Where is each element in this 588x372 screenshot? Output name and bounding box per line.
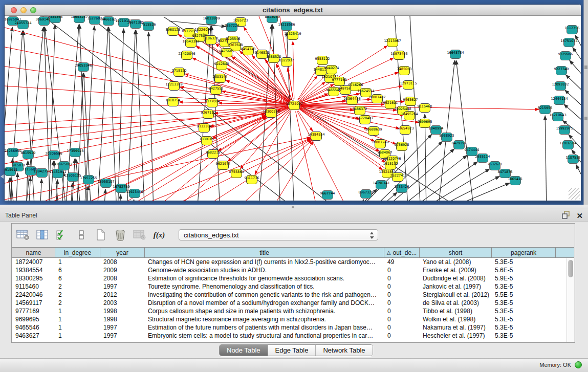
table-cell-short: Jankovic et al. (1997) — [420, 282, 492, 291]
graph-node-label: 2803144 — [213, 75, 228, 79]
table-tab-bar: Node Table Edge Table Network Table — [219, 344, 373, 356]
column-header-year[interactable]: year — [100, 248, 145, 257]
table-row[interactable]: 1830029562008Estimation of significance … — [12, 274, 574, 282]
column-header-title[interactable]: title — [145, 248, 384, 257]
citation-edge-black[interactable] — [358, 200, 363, 201]
scrollbar-thumb[interactable] — [568, 260, 573, 277]
float-panel-icon[interactable] — [562, 211, 570, 221]
table-cell-name: 9115460 — [12, 282, 55, 291]
graph-node-label: 17359928 — [67, 149, 83, 153]
table-selector-dropdown[interactable]: citations_edges.txt — [179, 229, 378, 240]
citation-edge-red[interactable] — [296, 112, 317, 201]
citation-edge-black[interactable] — [444, 183, 510, 201]
citation-edge-black[interactable] — [575, 35, 581, 52]
divider-handle-icon[interactable] — [292, 206, 294, 208]
graph-node-label: 13654923 — [397, 126, 413, 130]
graph-node-label: 8186328 — [204, 36, 219, 40]
table-row[interactable]: 969969511998Structural magnetic resonanc… — [12, 315, 574, 323]
citation-edge-red[interactable] — [31, 115, 266, 201]
select-rows-icon[interactable] — [55, 228, 69, 242]
minimize-window-icon[interactable] — [20, 7, 27, 13]
table-row[interactable]: 1938455462009Genome-wide association stu… — [12, 266, 574, 274]
citation-edge-red[interactable] — [297, 111, 348, 201]
column-header-pagerank[interactable]: pagerank — [492, 248, 556, 257]
network-canvas[interactable]: 1872400718300295896012389129551822605898… — [5, 16, 581, 201]
graph-node-label: 9227349 — [554, 67, 569, 71]
vertical-scrollbar[interactable] — [567, 258, 574, 342]
citation-edge-black[interactable] — [8, 178, 10, 201]
graph-node-label: 1112756 — [565, 26, 580, 30]
citation-network-graph[interactable]: 1872400718300295896012389129551822605898… — [5, 16, 581, 201]
maximize-window-icon[interactable] — [30, 7, 36, 13]
tab-edge-table[interactable]: Edge Table — [268, 345, 316, 356]
delete-table-icon[interactable] — [113, 228, 127, 242]
network-view-window[interactable]: citations_edges.txt 18724007183002958960… — [4, 4, 581, 201]
window-title: citations_edges.txt — [263, 6, 323, 14]
table-row[interactable]: 946362711997Embryonic stem cells: a mode… — [12, 332, 574, 340]
window-resize-grip[interactable] — [569, 188, 580, 200]
citation-edge-black[interactable] — [86, 186, 88, 201]
column-header-out_de[interactable]: △out_de... — [384, 248, 420, 257]
graph-node-label: 1055723 — [233, 18, 248, 23]
tab-node-table[interactable]: Node Table — [220, 345, 268, 356]
table-toolbar: f(x) citations_edges.txt — [12, 224, 575, 246]
citation-edge-black[interactable] — [564, 104, 581, 122]
citation-edge-black[interactable] — [148, 32, 154, 201]
new-table-icon[interactable] — [94, 228, 108, 242]
citation-edge-black[interactable] — [133, 200, 134, 201]
citation-edge-black[interactable] — [50, 161, 53, 201]
table-row[interactable]: 911546021997Tourette syndrome. Phenomeno… — [12, 282, 574, 291]
citation-edge-black[interactable] — [40, 179, 41, 201]
row-height-icon[interactable] — [74, 228, 89, 242]
table-cell-name: 9465546 — [12, 323, 55, 332]
table-row[interactable]: 1456911722003Disruption of a novel membe… — [12, 299, 574, 307]
citation-edge-black[interactable] — [573, 48, 581, 64]
table-cell-pagerank: 5.3E-5 — [492, 282, 556, 291]
citation-edge-red[interactable] — [227, 69, 289, 102]
column-header-label: in_degree — [64, 249, 91, 256]
column-header-in_degree[interactable]: in_degree — [55, 248, 100, 257]
table-header-row: namein_degreeyeartitle△out_de...shortpag… — [12, 247, 574, 258]
tab-network-table[interactable]: Network Table — [315, 345, 372, 356]
memory-ok-indicator-icon[interactable] — [575, 361, 582, 368]
graph-node-label: 9311736 — [245, 176, 259, 180]
close-window-icon[interactable] — [11, 7, 17, 13]
table-row[interactable]: 1872400712008Changes of HCN gene express… — [12, 258, 574, 266]
split-pane-divider[interactable] — [0, 205, 588, 209]
column-header-name[interactable]: name — [12, 248, 55, 257]
table-row[interactable]: 2242004622012Investigating the contribut… — [12, 291, 574, 299]
column-header-short[interactable]: short — [420, 248, 492, 257]
citation-edge-black[interactable] — [127, 30, 135, 201]
citation-edge-black[interactable] — [109, 27, 117, 201]
network-window-titlebar[interactable]: citations_edges.txt — [5, 5, 581, 16]
table-cell-short: de Silva et al. (2003) — [420, 299, 492, 307]
graph-node-label: 18495764 — [401, 112, 418, 116]
select-column-icon[interactable] — [35, 228, 50, 242]
citation-edge-red[interactable] — [5, 24, 288, 104]
citation-edge-black[interactable] — [576, 165, 581, 181]
citation-edge-black[interactable] — [570, 60, 581, 77]
close-panel-icon[interactable]: ✕ — [576, 212, 583, 220]
table-cell-in_degree: 6 — [55, 266, 100, 274]
table-settings-icon[interactable] — [16, 228, 30, 242]
table-row[interactable]: 946554611997Estimation of the future num… — [12, 323, 574, 332]
citation-edge-red[interactable] — [299, 82, 325, 102]
citation-edge-red[interactable] — [174, 110, 290, 201]
splitter-collapse-icon[interactable] — [1, 174, 4, 179]
function-builder-icon[interactable]: f(x) — [152, 228, 166, 242]
citation-edge-red[interactable] — [293, 41, 294, 99]
graph-node-label: 9146821 — [255, 51, 270, 55]
citation-edge-black[interactable] — [119, 194, 121, 201]
table-cell-out_de: 0 — [384, 315, 420, 323]
citation-edge-black[interactable] — [16, 173, 17, 201]
citation-edge-red[interactable] — [235, 140, 312, 201]
graph-node-label: 7515526 — [141, 23, 156, 27]
table-cell-title: Changes of HCN gene expression and I(f) … — [145, 258, 384, 266]
citation-edge-red[interactable] — [113, 116, 266, 201]
graph-node-label: 24055724 — [14, 21, 31, 25]
citation-edge-black[interactable] — [456, 60, 474, 201]
graph-node-label: 9558122 — [315, 57, 330, 61]
table-row[interactable]: 977716911998Corpus callosum shape and si… — [12, 307, 574, 315]
graph-node-label: 29053346 — [75, 63, 92, 68]
citation-edge-black[interactable] — [545, 116, 547, 201]
